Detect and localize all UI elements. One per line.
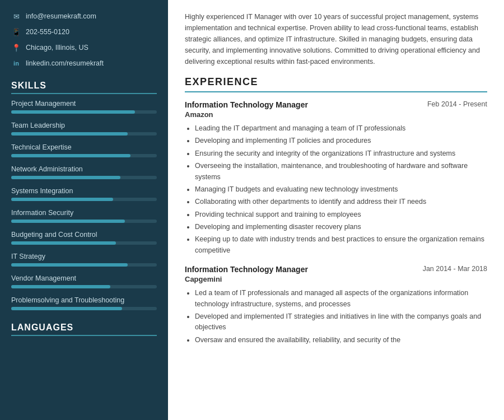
skill-bar-fill [11,241,116,245]
phone-icon: 📱 [11,27,21,37]
skill-bar-background [11,220,157,223]
skill-bar-fill [11,307,122,310]
skill-bar-background [11,154,157,157]
skill-item: Problemsolving and Troubleshooting [11,296,157,310]
job-date: Feb 2014 - Present [427,100,487,108]
email-text: info@resumekraft.com [26,12,96,20]
linkedin-icon: in [11,58,21,68]
bullet-item: Providing technical support and training… [195,209,487,220]
skill-item: Systems Integration [11,187,157,201]
skills-section-title: SKILLS [11,81,157,94]
experience-section-title: EXPERIENCE [185,76,487,92]
bullet-item: Keeping up to date with industry trends … [195,234,487,256]
email-icon: ✉ [11,11,21,21]
skill-item: Technical Expertise [11,143,157,157]
job-company: Amazon [185,110,487,119]
job-title: Information Technology Manager [185,100,308,109]
skill-item: Network Administration [11,165,157,179]
contact-phone: 📱 202-555-0120 [11,27,157,37]
linkedin-text: linkedin.com/resumekraft [26,59,104,67]
bullet-item: Managing IT budgets and evaluating new t… [195,184,487,195]
phone-text: 202-555-0120 [26,28,69,36]
job-header: Information Technology Manager Jan 2014 … [185,265,487,274]
bullet-item: Led a team of IT professionals and manag… [195,288,487,310]
skill-bar-background [11,285,157,288]
sidebar: ✉ info@resumekraft.com 📱 202-555-0120 📍 … [0,0,168,420]
bullet-item: Developing and implementing IT policies … [195,136,487,146]
skill-bar-fill [11,154,130,157]
location-text: Chicago, Illinois, US [26,44,88,52]
summary-text: Highly experienced IT Manager with over … [185,11,487,67]
skill-item: Information Security [11,209,157,223]
skill-bar-fill [11,110,135,114]
job-title: Information Technology Manager [185,265,308,274]
skill-label: Systems Integration [11,187,157,195]
jobs-list: Information Technology Manager Feb 2014 … [185,100,487,346]
skill-label: Network Administration [11,165,157,173]
skill-label: Problemsolving and Troubleshooting [11,296,157,304]
contact-linkedin: in linkedin.com/resumekraft [11,58,157,68]
main-content: Highly experienced IT Manager with over … [168,0,504,420]
skill-item: Project Management [11,100,157,114]
job-company: Capgemini [185,275,487,283]
skill-bar-fill [11,263,128,267]
languages-section-title: LANGUAGES [11,323,157,336]
skill-label: IT Strategy [11,253,157,260]
job-header: Information Technology Manager Feb 2014 … [185,100,487,109]
skill-bar-fill [11,176,120,179]
skill-label: Vendor Management [11,274,157,282]
job-date: Jan 2014 - Mar 2018 [423,265,487,273]
bullet-item: Developed and implemented IT strategies … [195,311,487,333]
bullet-item: Oversaw and ensured the availability, re… [195,335,487,346]
skill-bar-fill [11,220,125,223]
skill-bar-background [11,307,157,310]
contact-email: ✉ info@resumekraft.com [11,11,157,21]
skill-label: Budgeting and Cost Control [11,231,157,239]
skill-bar-background [11,176,157,179]
skill-item: Budgeting and Cost Control [11,231,157,245]
location-icon: 📍 [11,43,21,53]
skills-list: Project Management Team Leadership Techn… [11,100,157,310]
skill-label: Technical Expertise [11,143,157,151]
skill-item: Team Leadership [11,122,157,136]
bullet-item: Collaborating with other departments to … [195,197,487,207]
skill-item: IT Strategy [11,253,157,267]
skill-label: Information Security [11,209,157,217]
skill-bar-fill [11,285,110,288]
skill-bar-background [11,263,157,267]
bullet-item: Overseeing the installation, maintenance… [195,161,487,183]
skill-bar-background [11,241,157,245]
job-bullets: Leading the IT department and managing a… [185,123,487,256]
skill-bar-background [11,198,157,201]
bullet-item: Ensuring the security and integrity of t… [195,148,487,159]
skill-label: Team Leadership [11,122,157,129]
job-bullets: Led a team of IT professionals and manag… [185,288,487,346]
skill-bar-fill [11,132,128,136]
resume-container: ✉ info@resumekraft.com 📱 202-555-0120 📍 … [0,0,504,420]
contact-location: 📍 Chicago, Illinois, US [11,43,157,53]
skill-bar-background [11,132,157,136]
skill-bar-fill [11,198,113,201]
bullet-item: Leading the IT department and managing a… [195,123,487,134]
job-entry: Information Technology Manager Feb 2014 … [185,100,487,256]
bullet-item: Developing and implementing disaster rec… [195,222,487,232]
skill-label: Project Management [11,100,157,108]
skill-item: Vendor Management [11,274,157,288]
job-entry: Information Technology Manager Jan 2014 … [185,265,487,346]
skill-bar-background [11,110,157,114]
